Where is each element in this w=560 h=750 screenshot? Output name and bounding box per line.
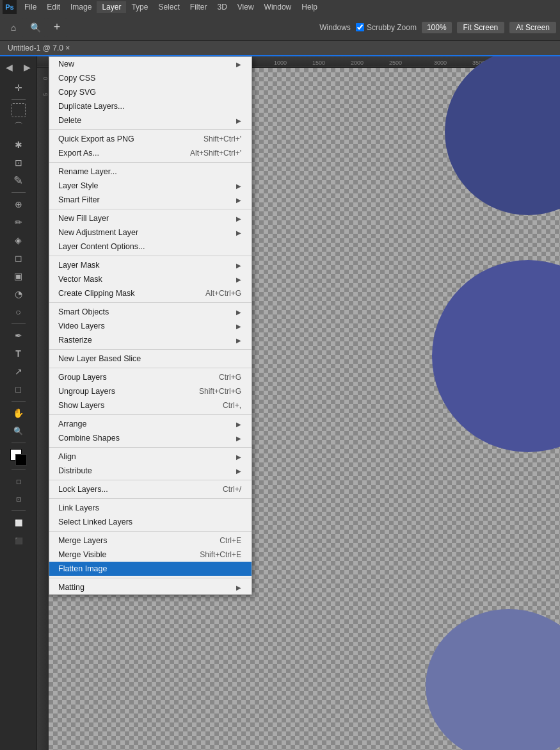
menu-item-ungroup-layers[interactable]: Ungroup Layers Shift+Ctrl+G: [49, 384, 252, 398]
menu-3d[interactable]: 3D: [212, 1, 232, 13]
menu-item-show-layers[interactable]: Show Layers Ctrl+,: [49, 398, 252, 412]
move-tool[interactable]: ✛: [10, 79, 27, 96]
shape-tool[interactable]: □: [10, 381, 27, 398]
menu-item-rasterize[interactable]: Rasterize ▶: [49, 333, 252, 347]
extra-tool-4[interactable]: ⬛: [10, 532, 27, 549]
blur-tool[interactable]: ◔: [10, 286, 27, 302]
menu-item-new-layer-based-slice[interactable]: New Layer Based Slice: [49, 352, 252, 366]
crop-tool[interactable]: ⊡: [10, 154, 27, 171]
background-color[interactable]: [15, 454, 27, 466]
home-btn[interactable]: ⌂: [4, 18, 23, 37]
menu-item-layer-content-options[interactable]: Layer Content Options...: [49, 240, 252, 254]
menu-item-merge-visible[interactable]: Merge Visible Shift+Ctrl+E: [49, 548, 252, 562]
menubar: Ps File Edit Image Layer Type Select Fil…: [0, 0, 560, 14]
sep-2: [49, 162, 252, 163]
menu-item-distribute-label: Distribute: [58, 466, 92, 475]
path-select-tool[interactable]: ↗: [10, 363, 27, 380]
menu-item-distribute[interactable]: Distribute ▶: [49, 464, 252, 478]
menu-file[interactable]: File: [19, 1, 42, 13]
sep-1: [49, 129, 252, 130]
zoom-btn[interactable]: 🔍: [26, 18, 45, 37]
extra-tool-1[interactable]: ◻: [10, 473, 27, 489]
scrubby-zoom-group: Scrubby Zoom: [356, 23, 417, 32]
menu-item-lock-layers[interactable]: Lock Layers... Ctrl+/: [49, 482, 252, 496]
menu-item-smart-filter[interactable]: Smart Filter ▶: [49, 193, 252, 207]
menu-item-export-as-label: Export As...: [58, 149, 99, 158]
menu-filter[interactable]: Filter: [185, 1, 212, 13]
menu-help[interactable]: Help: [296, 1, 323, 13]
gradient-tool[interactable]: ▣: [10, 268, 27, 284]
menu-item-group-layers[interactable]: Group Layers Ctrl+G: [49, 370, 252, 384]
menu-item-ungroup-layers-shortcut: Shift+Ctrl+G: [199, 387, 241, 396]
menu-item-align-arrow: ▶: [236, 453, 241, 461]
zoom-tool[interactable]: 🔍: [10, 423, 27, 439]
pen-tool[interactable]: ✒: [10, 327, 27, 344]
menu-item-copy-css[interactable]: Copy CSS: [49, 71, 252, 85]
menu-item-smart-objects[interactable]: Smart Objects ▶: [49, 305, 252, 319]
eyedropper-tool[interactable]: ✎: [10, 172, 27, 189]
extra-tool-2[interactable]: ⊡: [10, 491, 27, 507]
menu-item-new-fill-layer-arrow: ▶: [236, 215, 241, 222]
menu-item-delete-arrow: ▶: [236, 117, 241, 124]
menu-item-quick-export-shortcut: Shift+Ctrl+': [204, 135, 241, 143]
menu-item-link-layers[interactable]: Link Layers: [49, 501, 252, 515]
menu-item-layer-mask[interactable]: Layer Mask ▶: [49, 258, 252, 272]
quick-select-tool[interactable]: ✱: [10, 136, 27, 153]
fit-screen-btn[interactable]: Fit Screen: [457, 22, 505, 33]
at-screen-btn[interactable]: At Screen: [509, 22, 556, 33]
menu-item-duplicate-layers[interactable]: Duplicate Layers...: [49, 99, 252, 113]
menu-item-copy-svg[interactable]: Copy SVG: [49, 85, 252, 99]
menu-item-new[interactable]: New ▶: [49, 57, 252, 71]
tool-sep-5: [12, 443, 26, 443]
brush-tool[interactable]: ✏: [10, 214, 27, 231]
text-tool[interactable]: T: [10, 345, 27, 362]
canvas-drawing-area[interactable]: New ▶ Copy CSS Copy SVG Duplicate Layers…: [49, 68, 560, 750]
menu-edit[interactable]: Edit: [42, 1, 65, 13]
eraser-tool[interactable]: ◻: [10, 250, 27, 266]
menu-view[interactable]: View: [232, 1, 259, 13]
color-swatch[interactable]: [10, 449, 27, 466]
menu-item-export-as-shortcut: Alt+Shift+Ctrl+': [190, 149, 241, 158]
menu-item-smart-filter-label: Smart Filter: [58, 195, 100, 204]
extra-tool-3[interactable]: ⬜: [10, 514, 27, 531]
menu-image[interactable]: Image: [65, 1, 97, 13]
menu-item-flatten-image[interactable]: Flatten Image: [49, 562, 252, 576]
menu-item-video-layers[interactable]: Video Layers ▶: [49, 319, 252, 333]
menu-item-create-clipping-mask[interactable]: Create Clipping Mask Alt+Ctrl+G: [49, 286, 252, 300]
menu-item-rename-layer[interactable]: Rename Layer...: [49, 165, 252, 179]
menu-item-create-clipping-mask-label: Create Clipping Mask: [58, 289, 135, 298]
menu-item-quick-export[interactable]: Quick Export as PNG Shift+Ctrl+': [49, 132, 252, 146]
clone-tool[interactable]: ◈: [10, 232, 27, 249]
menu-item-matting[interactable]: Matting ▶: [49, 580, 252, 594]
menu-item-merge-layers[interactable]: Merge Layers Ctrl+E: [49, 534, 252, 548]
circle-mid-right: [432, 260, 560, 452]
sep-8: [49, 414, 252, 415]
arrow-left-icon[interactable]: ◀: [1, 59, 18, 76]
sep-4: [49, 256, 252, 256]
menu-item-combine-shapes[interactable]: Combine Shapes ▶: [49, 431, 252, 445]
scrubby-zoom-checkbox[interactable]: [356, 23, 364, 31]
menu-item-select-linked-layers[interactable]: Select Linked Layers: [49, 515, 252, 529]
dodge-tool[interactable]: ○: [10, 304, 27, 320]
menu-item-vector-mask[interactable]: Vector Mask ▶: [49, 272, 252, 286]
menu-item-new-fill-layer[interactable]: New Fill Layer ▶: [49, 211, 252, 225]
menu-item-new-fill-layer-label: New Fill Layer: [58, 214, 109, 223]
doc-tab[interactable]: Untitled-1 @ 7.0 ×: [0, 41, 560, 56]
zoom-percent[interactable]: 100%: [422, 22, 452, 33]
zoom-in-btn[interactable]: +: [47, 18, 67, 37]
menu-item-align[interactable]: Align ▶: [49, 450, 252, 464]
menu-item-delete[interactable]: Delete ▶: [49, 113, 252, 127]
menu-type[interactable]: Type: [126, 1, 153, 13]
menu-window[interactable]: Window: [259, 1, 297, 13]
arrow-right-icon[interactable]: ▶: [19, 59, 36, 76]
menu-item-arrange[interactable]: Arrange ▶: [49, 417, 252, 431]
marquee-tool[interactable]: [12, 103, 26, 117]
menu-item-layer-style[interactable]: Layer Style ▶: [49, 179, 252, 193]
menu-layer[interactable]: Layer: [97, 1, 126, 13]
lasso-tool[interactable]: ⌒: [10, 118, 27, 135]
menu-select[interactable]: Select: [153, 1, 184, 13]
menu-item-export-as[interactable]: Export As... Alt+Shift+Ctrl+': [49, 146, 252, 160]
menu-item-new-adjustment-layer[interactable]: New Adjustment Layer ▶: [49, 225, 252, 240]
hand-tool[interactable]: ✋: [10, 405, 27, 421]
heal-tool[interactable]: ⊕: [10, 196, 27, 213]
